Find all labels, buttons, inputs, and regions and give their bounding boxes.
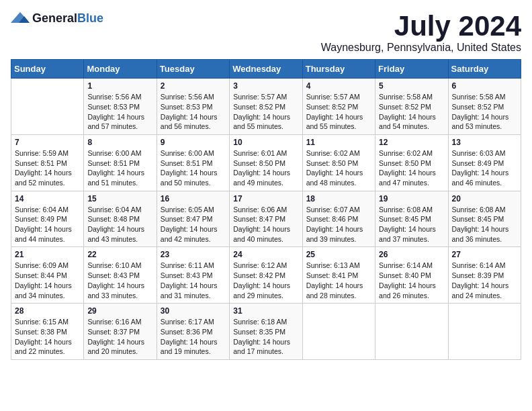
calendar-header-row: SundayMondayTuesdayWednesdayThursdayFrid… (11, 60, 521, 79)
day-info: Sunrise: 6:08 AMSunset: 8:45 PMDaylight:… (452, 205, 517, 244)
calendar-cell: 4Sunrise: 5:57 AMSunset: 8:52 PMDaylight… (302, 79, 375, 135)
day-number: 13 (452, 138, 517, 147)
calendar-cell: 31Sunrise: 6:18 AMSunset: 8:35 PMDayligh… (230, 304, 302, 360)
day-of-week-header: Sunday (11, 60, 84, 79)
day-number: 11 (306, 138, 371, 147)
calendar-cell: 19Sunrise: 6:08 AMSunset: 8:45 PMDayligh… (375, 191, 448, 247)
calendar-cell: 14Sunrise: 6:04 AMSunset: 8:49 PMDayligh… (11, 191, 84, 247)
day-info: Sunrise: 6:13 AMSunset: 8:41 PMDaylight:… (306, 261, 371, 300)
subtitle: Waynesburg, Pennsylvania, United States (321, 42, 521, 54)
day-info: Sunrise: 6:02 AMSunset: 8:50 PMDaylight:… (306, 148, 371, 188)
day-number: 7 (15, 138, 80, 147)
calendar-cell: 23Sunrise: 6:11 AMSunset: 8:43 PMDayligh… (157, 247, 229, 304)
day-of-week-header: Saturday (448, 60, 521, 79)
calendar-cell: 11Sunrise: 6:02 AMSunset: 8:50 PMDayligh… (302, 134, 375, 191)
calendar-cell: 8Sunrise: 6:00 AMSunset: 8:51 PMDaylight… (84, 134, 157, 191)
logo: GeneralBlue (11, 11, 103, 26)
day-number: 23 (161, 250, 226, 259)
day-number: 31 (233, 306, 298, 316)
day-number: 3 (233, 81, 298, 91)
calendar-cell: 12Sunrise: 6:02 AMSunset: 8:50 PMDayligh… (375, 134, 448, 191)
calendar-cell (11, 79, 84, 135)
calendar-cell: 24Sunrise: 6:12 AMSunset: 8:42 PMDayligh… (230, 247, 302, 304)
day-info: Sunrise: 5:58 AMSunset: 8:52 PMDaylight:… (452, 92, 517, 132)
day-info: Sunrise: 6:14 AMSunset: 8:40 PMDaylight:… (379, 261, 444, 300)
calendar-cell: 6Sunrise: 5:58 AMSunset: 8:52 PMDaylight… (448, 79, 521, 135)
calendar-cell: 10Sunrise: 6:01 AMSunset: 8:50 PMDayligh… (230, 134, 302, 191)
page-header: GeneralBlue July 2024 Waynesburg, Pennsy… (11, 11, 521, 54)
day-info: Sunrise: 6:00 AMSunset: 8:51 PMDaylight:… (161, 148, 226, 188)
day-info: Sunrise: 6:10 AMSunset: 8:43 PMDaylight:… (87, 261, 152, 300)
day-number: 24 (233, 250, 298, 259)
day-info: Sunrise: 6:11 AMSunset: 8:43 PMDaylight:… (161, 261, 226, 300)
calendar-cell: 29Sunrise: 6:16 AMSunset: 8:37 PMDayligh… (84, 304, 157, 360)
calendar-cell (375, 304, 448, 360)
calendar-cell: 17Sunrise: 6:06 AMSunset: 8:47 PMDayligh… (230, 191, 302, 247)
calendar-cell: 21Sunrise: 6:09 AMSunset: 8:44 PMDayligh… (11, 247, 84, 304)
day-number: 6 (452, 81, 517, 91)
calendar-cell: 9Sunrise: 6:00 AMSunset: 8:51 PMDaylight… (157, 134, 229, 191)
day-info: Sunrise: 6:07 AMSunset: 8:46 PMDaylight:… (306, 205, 371, 244)
day-info: Sunrise: 6:18 AMSunset: 8:35 PMDaylight:… (233, 317, 298, 357)
day-info: Sunrise: 6:04 AMSunset: 8:49 PMDaylight:… (15, 205, 80, 244)
calendar-cell: 20Sunrise: 6:08 AMSunset: 8:45 PMDayligh… (448, 191, 521, 247)
day-number: 8 (87, 138, 152, 147)
day-info: Sunrise: 6:04 AMSunset: 8:48 PMDaylight:… (87, 205, 152, 244)
calendar-cell: 2Sunrise: 5:56 AMSunset: 8:53 PMDaylight… (157, 79, 229, 135)
day-number: 19 (379, 194, 444, 203)
day-info: Sunrise: 6:08 AMSunset: 8:45 PMDaylight:… (379, 205, 444, 244)
day-info: Sunrise: 5:56 AMSunset: 8:53 PMDaylight:… (87, 92, 152, 132)
day-info: Sunrise: 5:57 AMSunset: 8:52 PMDaylight:… (306, 92, 371, 132)
day-info: Sunrise: 6:02 AMSunset: 8:50 PMDaylight:… (379, 148, 444, 188)
calendar-cell: 22Sunrise: 6:10 AMSunset: 8:43 PMDayligh… (84, 247, 157, 304)
day-number: 21 (15, 250, 80, 259)
day-info: Sunrise: 6:01 AMSunset: 8:50 PMDaylight:… (233, 148, 298, 188)
calendar-cell: 25Sunrise: 6:13 AMSunset: 8:41 PMDayligh… (302, 247, 375, 304)
day-info: Sunrise: 5:56 AMSunset: 8:53 PMDaylight:… (161, 92, 226, 132)
day-number: 1 (87, 81, 152, 91)
logo-blue: Blue (77, 11, 103, 25)
day-of-week-header: Tuesday (157, 60, 229, 79)
day-of-week-header: Monday (84, 60, 157, 79)
day-number: 25 (306, 250, 371, 259)
calendar-cell: 5Sunrise: 5:58 AMSunset: 8:52 PMDaylight… (375, 79, 448, 135)
logo-icon (11, 11, 30, 26)
main-title: July 2024 (321, 11, 521, 42)
calendar-week-row: 1Sunrise: 5:56 AMSunset: 8:53 PMDaylight… (11, 79, 521, 135)
day-number: 16 (161, 194, 226, 203)
day-info: Sunrise: 6:16 AMSunset: 8:37 PMDaylight:… (87, 317, 152, 357)
calendar-cell: 1Sunrise: 5:56 AMSunset: 8:53 PMDaylight… (84, 79, 157, 135)
day-info: Sunrise: 5:57 AMSunset: 8:52 PMDaylight:… (233, 92, 298, 132)
calendar-cell: 13Sunrise: 6:03 AMSunset: 8:49 PMDayligh… (448, 134, 521, 191)
calendar-cell: 16Sunrise: 6:05 AMSunset: 8:47 PMDayligh… (157, 191, 229, 247)
logo-general: General (32, 11, 77, 25)
calendar-cell: 27Sunrise: 6:14 AMSunset: 8:39 PMDayligh… (448, 247, 521, 304)
calendar-week-row: 14Sunrise: 6:04 AMSunset: 8:49 PMDayligh… (11, 191, 521, 247)
day-info: Sunrise: 5:58 AMSunset: 8:52 PMDaylight:… (379, 92, 444, 132)
calendar-cell: 15Sunrise: 6:04 AMSunset: 8:48 PMDayligh… (84, 191, 157, 247)
day-info: Sunrise: 6:03 AMSunset: 8:49 PMDaylight:… (452, 148, 517, 188)
day-info: Sunrise: 6:00 AMSunset: 8:51 PMDaylight:… (87, 148, 152, 188)
calendar: SundayMondayTuesdayWednesdayThursdayFrid… (11, 59, 521, 360)
day-number: 2 (161, 81, 226, 91)
calendar-week-row: 21Sunrise: 6:09 AMSunset: 8:44 PMDayligh… (11, 247, 521, 304)
title-block: July 2024 Waynesburg, Pennsylvania, Unit… (321, 11, 521, 54)
day-number: 15 (87, 194, 152, 203)
day-number: 12 (379, 138, 444, 147)
calendar-cell: 3Sunrise: 5:57 AMSunset: 8:52 PMDaylight… (230, 79, 302, 135)
day-of-week-header: Wednesday (230, 60, 302, 79)
day-number: 22 (87, 250, 152, 259)
day-info: Sunrise: 6:14 AMSunset: 8:39 PMDaylight:… (452, 261, 517, 300)
calendar-cell: 18Sunrise: 6:07 AMSunset: 8:46 PMDayligh… (302, 191, 375, 247)
day-number: 4 (306, 81, 371, 91)
day-number: 20 (452, 194, 517, 203)
day-of-week-header: Friday (375, 60, 448, 79)
day-info: Sunrise: 6:06 AMSunset: 8:47 PMDaylight:… (233, 205, 298, 244)
day-info: Sunrise: 6:17 AMSunset: 8:36 PMDaylight:… (161, 317, 226, 357)
calendar-week-row: 7Sunrise: 5:59 AMSunset: 8:51 PMDaylight… (11, 134, 521, 191)
day-info: Sunrise: 6:05 AMSunset: 8:47 PMDaylight:… (161, 205, 226, 244)
calendar-cell: 7Sunrise: 5:59 AMSunset: 8:51 PMDaylight… (11, 134, 84, 191)
day-info: Sunrise: 6:09 AMSunset: 8:44 PMDaylight:… (15, 261, 80, 300)
day-number: 18 (306, 194, 371, 203)
day-number: 5 (379, 81, 444, 91)
